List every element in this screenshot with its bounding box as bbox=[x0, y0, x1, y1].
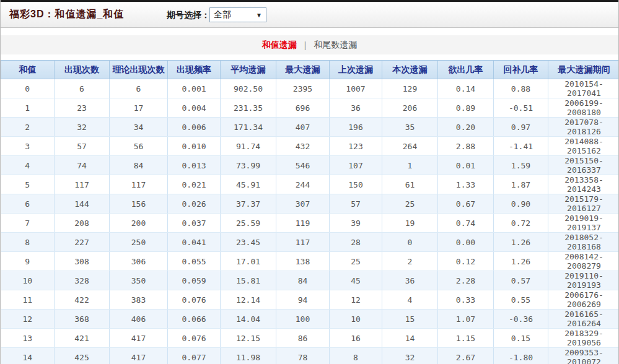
column-header: 最大遗漏 bbox=[276, 61, 330, 79]
cell: 0.066 bbox=[168, 310, 221, 329]
cell: 78 bbox=[276, 348, 330, 364]
table-row: 103283500.05915.818445362.280.572019110-… bbox=[1, 271, 619, 290]
cell: 307 bbox=[276, 194, 330, 214]
cell: 0.67 bbox=[438, 194, 494, 214]
cell: 0.12 bbox=[438, 252, 494, 271]
cell: 32 bbox=[55, 118, 110, 137]
cell: 2015150-2016337 bbox=[548, 156, 619, 175]
cell: 0.006 bbox=[168, 118, 221, 137]
cell: 2016165-2016264 bbox=[548, 310, 619, 329]
page-header: 福彩3D：和值遗漏_和值 期号选择： 全部 ▼ bbox=[1, 2, 618, 28]
cell: 2.88 bbox=[438, 137, 494, 156]
cell: 2017078-2018126 bbox=[548, 118, 619, 137]
table-row: 61441560.02637.3730757250.670.902015179-… bbox=[1, 194, 619, 214]
cell: 13 bbox=[1, 329, 55, 348]
tab-sum-omission[interactable]: 和值遗漏 bbox=[262, 40, 297, 51]
cell: 17 bbox=[110, 98, 168, 118]
cell: 2018329-2019056 bbox=[548, 329, 619, 348]
cell: 4 bbox=[1, 156, 55, 175]
cell: 144 bbox=[55, 194, 110, 214]
tab-sum-tail-omission[interactable]: 和尾数遗漏 bbox=[314, 40, 357, 51]
table-row: 93083060.05517.011382520.121.262008142-2… bbox=[1, 252, 619, 271]
cell: 0.90 bbox=[494, 194, 548, 214]
cell: 206 bbox=[382, 98, 438, 118]
cell: 12 bbox=[1, 310, 55, 329]
cell: 0.077 bbox=[168, 348, 221, 364]
cell: 406 bbox=[110, 310, 168, 329]
cell: 25 bbox=[330, 252, 382, 271]
page-title: 福彩3D：和值遗漏_和值 bbox=[9, 8, 124, 21]
cell: 57 bbox=[330, 194, 382, 214]
table-header-row: 和值出现次数理论出现次数出现频率平均遗漏最大遗漏上次遗漏本次遗漏欲出几率回补几率… bbox=[1, 61, 619, 79]
cell: 696 bbox=[276, 98, 330, 118]
cell: 73.99 bbox=[221, 156, 276, 175]
cell: 56 bbox=[110, 137, 168, 156]
cell: 0.14 bbox=[438, 79, 494, 98]
cell: 2.28 bbox=[438, 271, 494, 290]
cell: 2019110-2019193 bbox=[548, 271, 619, 290]
chevron-down-icon: ▼ bbox=[256, 12, 262, 19]
table-row: 232340.006171.34407196350.200.972017078-… bbox=[1, 118, 619, 137]
cell: 45 bbox=[330, 271, 382, 290]
cell: 244 bbox=[276, 175, 330, 194]
cell: 84 bbox=[276, 271, 330, 290]
cell: 123 bbox=[330, 137, 382, 156]
cell: 17.01 bbox=[221, 252, 276, 271]
cell: 0.041 bbox=[168, 233, 221, 252]
cell: 117 bbox=[55, 175, 110, 194]
period-select-dropdown[interactable]: 全部 ▼ bbox=[209, 7, 266, 22]
cell: 2013358-2014243 bbox=[548, 175, 619, 194]
cell: 1.87 bbox=[494, 175, 548, 194]
period-select-label: 期号选择： bbox=[167, 10, 210, 21]
cell: 36 bbox=[382, 271, 438, 290]
cell: 7 bbox=[1, 214, 55, 233]
table-row: 123170.004231.35696362060.89-0.512006199… bbox=[1, 98, 619, 118]
cell: 0.076 bbox=[168, 290, 221, 310]
cell: 12 bbox=[330, 290, 382, 310]
cell: 36 bbox=[330, 98, 382, 118]
tab-separator: | bbox=[304, 40, 307, 50]
table-row: 123684060.06614.0410010151.07-0.36201616… bbox=[1, 310, 619, 329]
cell: 383 bbox=[110, 290, 168, 310]
cell: 74 bbox=[55, 156, 110, 175]
cell: 57 bbox=[55, 137, 110, 156]
cell: 1.33 bbox=[438, 175, 494, 194]
cell: 0.89 bbox=[438, 98, 494, 118]
cell: 8 bbox=[330, 348, 382, 364]
table-row: 357560.01091.744321232642.88-1.412014088… bbox=[1, 137, 619, 156]
table-row: 474840.01373.9954610710.011.592015150-20… bbox=[1, 156, 619, 175]
column-header: 理论出现次数 bbox=[110, 61, 168, 79]
cell: 9 bbox=[1, 252, 55, 271]
cell: 117 bbox=[110, 175, 168, 194]
cell: 0.01 bbox=[438, 156, 494, 175]
cell: 0.055 bbox=[168, 252, 221, 271]
cell: 2.67 bbox=[438, 348, 494, 364]
cell: 3 bbox=[1, 137, 55, 156]
cell: 1.15 bbox=[438, 329, 494, 348]
cell: 0.004 bbox=[168, 98, 221, 118]
cell: -0.36 bbox=[494, 310, 548, 329]
cell: -1.80 bbox=[494, 348, 548, 364]
table-row: 0660.001902.50239510071290.140.882010154… bbox=[1, 79, 619, 98]
cell: 0.33 bbox=[438, 290, 494, 310]
cell: 0.026 bbox=[168, 194, 221, 214]
cell: 37.37 bbox=[221, 194, 276, 214]
column-header: 最大遗漏期间 bbox=[548, 61, 619, 79]
omission-stats-table: 和值出现次数理论出现次数出现频率平均遗漏最大遗漏上次遗漏本次遗漏欲出几率回补几率… bbox=[1, 60, 619, 364]
cell: 417 bbox=[110, 348, 168, 364]
table-row: 114223830.07612.14941240.330.552006176-2… bbox=[1, 290, 619, 310]
table-row: 134214170.07612.158616141.150.152018329-… bbox=[1, 329, 619, 348]
cell: 39 bbox=[330, 214, 382, 233]
cell: 117 bbox=[276, 233, 330, 252]
cell: 12.15 bbox=[221, 329, 276, 348]
cell: 1.26 bbox=[494, 233, 548, 252]
cell: 14 bbox=[1, 348, 55, 364]
cell: 10 bbox=[1, 271, 55, 290]
cell: 32 bbox=[382, 348, 438, 364]
cell: 0.021 bbox=[168, 175, 221, 194]
cell: 11 bbox=[1, 290, 55, 310]
cell: 6 bbox=[1, 194, 55, 214]
cell: 425 bbox=[55, 348, 110, 364]
cell: 208 bbox=[55, 214, 110, 233]
table-row: 82272500.04123.451172800.001.262018052-2… bbox=[1, 233, 619, 252]
